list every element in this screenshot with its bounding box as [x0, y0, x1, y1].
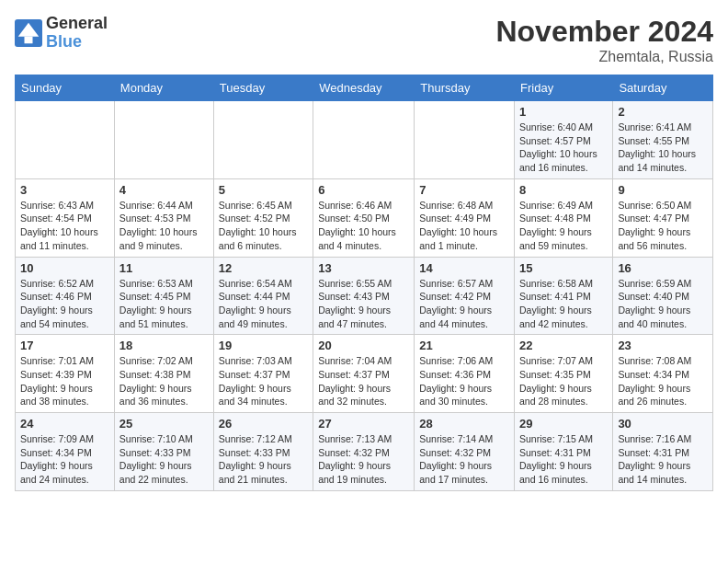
day-number: 28: [419, 417, 509, 431]
day-info: Sunrise: 6:49 AMSunset: 4:48 PMDaylight:…: [519, 199, 608, 253]
day-cell: 29Sunrise: 7:15 AMSunset: 4:31 PMDayligh…: [515, 413, 613, 491]
day-number: 16: [618, 261, 708, 275]
day-number: 4: [119, 183, 209, 197]
day-cell: 12Sunrise: 6:54 AMSunset: 4:44 PMDayligh…: [213, 257, 313, 335]
day-cell: [415, 101, 515, 179]
day-cell: 20Sunrise: 7:04 AMSunset: 4:37 PMDayligh…: [313, 335, 415, 413]
day-info: Sunrise: 7:08 AMSunset: 4:34 PMDaylight:…: [618, 354, 708, 408]
day-cell: 21Sunrise: 7:06 AMSunset: 4:36 PMDayligh…: [415, 335, 515, 413]
day-cell: 3Sunrise: 6:43 AMSunset: 4:54 PMDaylight…: [16, 178, 115, 257]
logo-line1: General: [46, 15, 108, 33]
day-cell: 27Sunrise: 7:13 AMSunset: 4:32 PMDayligh…: [313, 413, 415, 491]
day-number: 3: [20, 183, 109, 197]
day-info: Sunrise: 7:13 AMSunset: 4:32 PMDaylight:…: [318, 432, 409, 487]
logo: General Blue: [15, 15, 108, 52]
day-info: Sunrise: 6:55 AMSunset: 4:43 PMDaylight:…: [318, 277, 409, 331]
day-number: 20: [318, 339, 409, 352]
day-number: 13: [318, 261, 409, 275]
day-number: 21: [419, 339, 509, 352]
month-title: November 2024: [495, 15, 713, 49]
day-info: Sunrise: 6:40 AMSunset: 4:57 PMDaylight:…: [519, 121, 608, 175]
week-row-5: 24Sunrise: 7:09 AMSunset: 4:34 PMDayligh…: [16, 413, 713, 491]
day-cell: 22Sunrise: 7:07 AMSunset: 4:35 PMDayligh…: [515, 335, 613, 413]
day-info: Sunrise: 7:02 AMSunset: 4:38 PMDaylight:…: [119, 354, 209, 408]
calendar-header: SundayMondayTuesdayWednesdayThursdayFrid…: [16, 75, 713, 101]
day-number: 19: [219, 339, 308, 352]
day-number: 1: [519, 105, 608, 119]
day-info: Sunrise: 7:01 AMSunset: 4:39 PMDaylight:…: [20, 354, 109, 408]
logo-icon: [15, 19, 42, 47]
day-info: Sunrise: 7:04 AMSunset: 4:37 PMDaylight:…: [318, 354, 409, 408]
day-info: Sunrise: 6:57 AMSunset: 4:42 PMDaylight:…: [419, 277, 509, 331]
day-info: Sunrise: 7:09 AMSunset: 4:34 PMDaylight:…: [20, 432, 109, 487]
week-row-1: 1Sunrise: 6:40 AMSunset: 4:57 PMDaylight…: [16, 101, 713, 179]
weekday-row: SundayMondayTuesdayWednesdayThursdayFrid…: [16, 75, 713, 101]
page-header: General Blue November 2024 Zhemtala, Rus…: [15, 15, 713, 65]
day-info: Sunrise: 7:15 AMSunset: 4:31 PMDaylight:…: [519, 432, 608, 487]
day-cell: 9Sunrise: 6:50 AMSunset: 4:47 PMDaylight…: [613, 178, 713, 257]
day-info: Sunrise: 7:16 AMSunset: 4:31 PMDaylight:…: [618, 432, 708, 487]
day-info: Sunrise: 6:43 AMSunset: 4:54 PMDaylight:…: [20, 199, 109, 253]
logo-text: General Blue: [46, 15, 108, 52]
day-cell: 16Sunrise: 6:59 AMSunset: 4:40 PMDayligh…: [613, 257, 713, 335]
weekday-header-sunday: Sunday: [16, 75, 115, 101]
day-cell: 30Sunrise: 7:16 AMSunset: 4:31 PMDayligh…: [613, 413, 713, 491]
day-cell: 6Sunrise: 6:46 AMSunset: 4:50 PMDaylight…: [313, 178, 415, 257]
day-number: 25: [119, 417, 209, 431]
day-cell: 19Sunrise: 7:03 AMSunset: 4:37 PMDayligh…: [213, 335, 313, 413]
day-cell: 26Sunrise: 7:12 AMSunset: 4:33 PMDayligh…: [213, 413, 313, 491]
day-number: 29: [519, 417, 608, 431]
day-number: 22: [519, 339, 608, 352]
day-cell: 10Sunrise: 6:52 AMSunset: 4:46 PMDayligh…: [16, 257, 115, 335]
day-info: Sunrise: 6:44 AMSunset: 4:53 PMDaylight:…: [119, 199, 209, 253]
day-number: 17: [20, 339, 109, 352]
day-cell: [114, 101, 213, 179]
day-cell: [213, 101, 313, 179]
day-number: 15: [519, 261, 608, 275]
day-cell: [16, 101, 115, 179]
day-cell: 1Sunrise: 6:40 AMSunset: 4:57 PMDaylight…: [515, 101, 613, 179]
day-info: Sunrise: 7:14 AMSunset: 4:32 PMDaylight:…: [419, 432, 509, 487]
day-info: Sunrise: 6:54 AMSunset: 4:44 PMDaylight:…: [219, 277, 308, 331]
day-cell: 11Sunrise: 6:53 AMSunset: 4:45 PMDayligh…: [114, 257, 213, 335]
day-cell: 5Sunrise: 6:45 AMSunset: 4:52 PMDaylight…: [213, 178, 313, 257]
week-row-2: 3Sunrise: 6:43 AMSunset: 4:54 PMDaylight…: [16, 178, 713, 257]
day-cell: 14Sunrise: 6:57 AMSunset: 4:42 PMDayligh…: [415, 257, 515, 335]
day-info: Sunrise: 6:45 AMSunset: 4:52 PMDaylight:…: [219, 199, 308, 253]
day-cell: [313, 101, 415, 179]
day-info: Sunrise: 6:48 AMSunset: 4:49 PMDaylight:…: [419, 199, 509, 253]
day-info: Sunrise: 6:58 AMSunset: 4:41 PMDaylight:…: [519, 277, 608, 331]
day-number: 7: [419, 183, 509, 197]
day-info: Sunrise: 7:06 AMSunset: 4:36 PMDaylight:…: [419, 354, 509, 408]
day-info: Sunrise: 7:07 AMSunset: 4:35 PMDaylight:…: [519, 354, 608, 408]
weekday-header-monday: Monday: [114, 75, 213, 101]
day-cell: 25Sunrise: 7:10 AMSunset: 4:33 PMDayligh…: [114, 413, 213, 491]
day-info: Sunrise: 6:53 AMSunset: 4:45 PMDaylight:…: [119, 277, 209, 331]
day-cell: 4Sunrise: 6:44 AMSunset: 4:53 PMDaylight…: [114, 178, 213, 257]
week-row-4: 17Sunrise: 7:01 AMSunset: 4:39 PMDayligh…: [16, 335, 713, 413]
day-info: Sunrise: 6:41 AMSunset: 4:55 PMDaylight:…: [618, 121, 708, 175]
day-cell: 15Sunrise: 6:58 AMSunset: 4:41 PMDayligh…: [515, 257, 613, 335]
title-block: November 2024 Zhemtala, Russia: [495, 15, 713, 65]
day-info: Sunrise: 6:50 AMSunset: 4:47 PMDaylight:…: [618, 199, 708, 253]
day-cell: 23Sunrise: 7:08 AMSunset: 4:34 PMDayligh…: [613, 335, 713, 413]
day-number: 26: [219, 417, 308, 431]
svg-rect-2: [25, 37, 33, 44]
day-number: 12: [219, 261, 308, 275]
day-number: 23: [618, 339, 708, 352]
day-number: 18: [119, 339, 209, 352]
day-cell: 2Sunrise: 6:41 AMSunset: 4:55 PMDaylight…: [613, 101, 713, 179]
day-info: Sunrise: 6:46 AMSunset: 4:50 PMDaylight:…: [318, 199, 409, 253]
calendar-body: 1Sunrise: 6:40 AMSunset: 4:57 PMDaylight…: [16, 101, 713, 491]
day-info: Sunrise: 7:12 AMSunset: 4:33 PMDaylight:…: [219, 432, 308, 487]
day-info: Sunrise: 6:59 AMSunset: 4:40 PMDaylight:…: [618, 277, 708, 331]
weekday-header-tuesday: Tuesday: [213, 75, 313, 101]
day-cell: 24Sunrise: 7:09 AMSunset: 4:34 PMDayligh…: [16, 413, 115, 491]
weekday-header-wednesday: Wednesday: [313, 75, 415, 101]
weekday-header-saturday: Saturday: [613, 75, 713, 101]
day-cell: 28Sunrise: 7:14 AMSunset: 4:32 PMDayligh…: [415, 413, 515, 491]
day-number: 27: [318, 417, 409, 431]
location: Zhemtala, Russia: [495, 49, 713, 65]
day-number: 24: [20, 417, 109, 431]
day-number: 11: [119, 261, 209, 275]
